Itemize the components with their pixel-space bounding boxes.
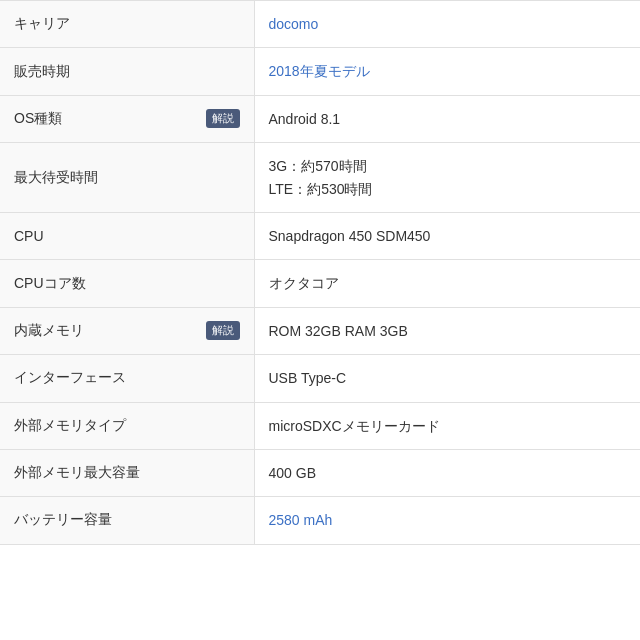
spec-label: OS種類解説 — [0, 95, 254, 142]
spec-label: CPU — [0, 212, 254, 259]
spec-value: オクタコア — [254, 260, 640, 307]
table-row: 内蔵メモリ解説ROM 32GB RAM 3GB — [0, 307, 640, 354]
spec-label: 外部メモリタイプ — [0, 402, 254, 449]
spec-value: 2580 mAh — [254, 497, 640, 544]
spec-table: キャリアdocomo販売時期2018年夏モデルOS種類解説Android 8.1… — [0, 0, 640, 545]
badge[interactable]: 解説 — [206, 109, 240, 128]
spec-value: microSDXCメモリーカード — [254, 402, 640, 449]
table-row: OS種類解説Android 8.1 — [0, 95, 640, 142]
spec-value-line: 3G：約570時間 — [269, 158, 367, 174]
label-text: 内蔵メモリ — [14, 322, 200, 340]
spec-value: 400 GB — [254, 449, 640, 496]
spec-label: インターフェース — [0, 355, 254, 402]
spec-label: 販売時期 — [0, 48, 254, 95]
spec-label: 内蔵メモリ解説 — [0, 307, 254, 354]
spec-label: バッテリー容量 — [0, 497, 254, 544]
spec-value: 3G：約570時間LTE：約530時間 — [254, 143, 640, 213]
table-row: キャリアdocomo — [0, 1, 640, 48]
spec-value: Android 8.1 — [254, 95, 640, 142]
spec-value: USB Type-C — [254, 355, 640, 402]
table-row: 最大待受時間3G：約570時間LTE：約530時間 — [0, 143, 640, 213]
table-row: CPUSnapdragon 450 SDM450 — [0, 212, 640, 259]
table-row: 販売時期2018年夏モデル — [0, 48, 640, 95]
spec-value: ROM 32GB RAM 3GB — [254, 307, 640, 354]
table-row: バッテリー容量2580 mAh — [0, 497, 640, 544]
table-row: インターフェースUSB Type-C — [0, 355, 640, 402]
spec-label: キャリア — [0, 1, 254, 48]
spec-value: 2018年夏モデル — [254, 48, 640, 95]
table-row: 外部メモリ最大容量400 GB — [0, 449, 640, 496]
spec-value: Snapdragon 450 SDM450 — [254, 212, 640, 259]
spec-label: 最大待受時間 — [0, 143, 254, 213]
badge[interactable]: 解説 — [206, 321, 240, 340]
spec-label: CPUコア数 — [0, 260, 254, 307]
table-row: 外部メモリタイプmicroSDXCメモリーカード — [0, 402, 640, 449]
spec-value-line: LTE：約530時間 — [269, 181, 373, 197]
spec-value: docomo — [254, 1, 640, 48]
spec-label: 外部メモリ最大容量 — [0, 449, 254, 496]
table-row: CPUコア数オクタコア — [0, 260, 640, 307]
label-text: OS種類 — [14, 110, 200, 128]
